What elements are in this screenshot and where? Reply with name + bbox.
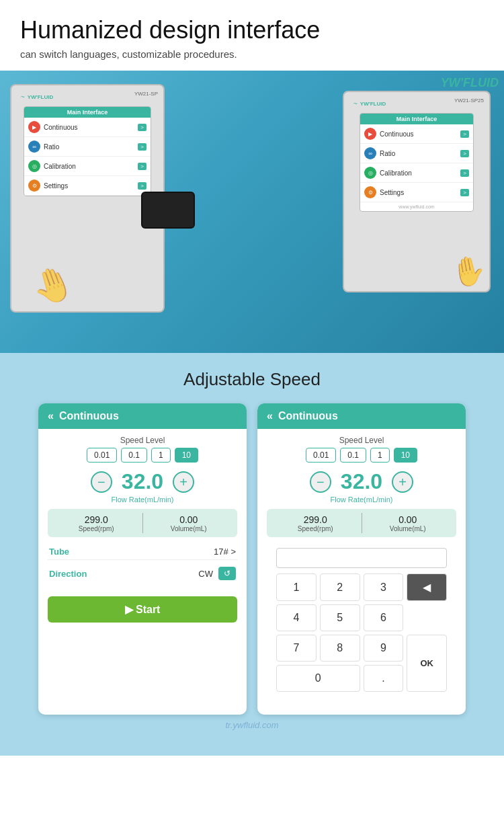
volume-value-left: 0.00 bbox=[147, 514, 231, 525]
speed-rpm-value-right: 299.0 bbox=[274, 514, 358, 525]
hand-right: 🤚 bbox=[448, 252, 489, 290]
direction-btn-left[interactable]: ↺ bbox=[218, 567, 236, 580]
key-1[interactable]: 1 bbox=[276, 573, 317, 601]
watermark-text: tr.ywfluid.com bbox=[13, 715, 491, 735]
speed-btn-10-r[interactable]: 10 bbox=[394, 448, 417, 463]
direction-value-left: CW bbox=[198, 569, 213, 579]
numpad-grid: 1 2 3 ◀ 4 5 6 7 8 9 OK 0 . bbox=[276, 573, 447, 692]
minus-button-left[interactable]: − bbox=[91, 471, 112, 493]
stats-row-left: 299.0 Speed(rpm) 0.00 Volume(mL) bbox=[48, 509, 237, 537]
speed-rpm-right: 299.0 Speed(rpm) bbox=[274, 514, 358, 532]
stat-divider-left bbox=[142, 513, 143, 533]
speed-rpm-label-left: Speed(rpm) bbox=[54, 525, 138, 532]
arrow-continuous-right: > bbox=[460, 130, 469, 138]
direction-controls: CW ↺ bbox=[198, 567, 236, 580]
website-label: www.ywfluid.com bbox=[360, 202, 473, 211]
panel-right-header: « Continuous bbox=[257, 403, 466, 429]
panel-right-title: Continuous bbox=[278, 410, 338, 422]
speed-rpm-value-left: 299.0 bbox=[54, 514, 138, 525]
back-icon-right[interactable]: « bbox=[267, 410, 273, 422]
menu-row-settings-r[interactable]: ⚙ Settings > bbox=[360, 183, 473, 202]
key-4[interactable]: 4 bbox=[276, 604, 317, 631]
brand-logo: YW'FLUID bbox=[441, 76, 499, 90]
key-6[interactable]: 6 bbox=[364, 604, 404, 631]
label-continuous-right: Continuous bbox=[380, 130, 457, 138]
numpad: 1 2 3 ◀ 4 5 6 7 8 9 OK 0 . bbox=[272, 544, 451, 699]
model-name-right: YW21-SP25 bbox=[454, 97, 484, 104]
icon-calibration-left: ◎ bbox=[28, 160, 40, 172]
panel-left: « Continuous Speed Level 0.01 0.1 1 10 −… bbox=[38, 403, 247, 715]
key-7[interactable]: 7 bbox=[276, 635, 317, 662]
plus-button-right[interactable]: + bbox=[392, 471, 413, 493]
icon-settings-right: ⚙ bbox=[364, 186, 376, 198]
screen-header-right: Main Interface bbox=[360, 114, 473, 124]
panels-row: « Continuous Speed Level 0.01 0.1 1 10 −… bbox=[13, 403, 491, 715]
menu-row-settings[interactable]: ⚙ Settings > bbox=[24, 176, 151, 196]
key-5[interactable]: 5 bbox=[320, 604, 360, 631]
speed-rpm-left: 299.0 Speed(rpm) bbox=[54, 514, 138, 532]
label-continuous-left: Continuous bbox=[44, 124, 134, 131]
menu-row-ratio-r[interactable]: ∞ Ratio > bbox=[360, 144, 473, 163]
speed-buttons-left: 0.01 0.1 1 10 bbox=[48, 448, 237, 463]
label-calibration-left: Calibration bbox=[44, 163, 134, 170]
flow-control-left: − 32.0 + bbox=[48, 469, 237, 494]
speed-btn-1-r[interactable]: 1 bbox=[370, 448, 390, 463]
key-8[interactable]: 8 bbox=[320, 635, 360, 662]
label-ratio-right: Ratio bbox=[380, 150, 457, 157]
arrow-calibration-right: > bbox=[460, 169, 469, 177]
arrow-calibration-left: > bbox=[138, 163, 146, 170]
key-blank-1 bbox=[407, 604, 447, 631]
menu-row-continuous[interactable]: ▶ Continuous > bbox=[24, 118, 151, 137]
label-settings-right: Settings bbox=[380, 189, 457, 196]
speed-level-label-right: Speed Level bbox=[267, 436, 456, 445]
foot-pedal bbox=[141, 192, 195, 229]
back-icon-left[interactable]: « bbox=[48, 410, 54, 422]
tube-label-left: Tube bbox=[49, 547, 69, 557]
speed-btn-01[interactable]: 0.1 bbox=[121, 448, 147, 463]
tube-row-left: Tube 17# > bbox=[48, 544, 237, 560]
key-3[interactable]: 3 bbox=[364, 573, 404, 601]
speed-btn-01-r[interactable]: 0.1 bbox=[340, 448, 366, 463]
brand-name-right: YW'FLUID bbox=[360, 101, 386, 107]
menu-row-ratio[interactable]: ∞ Ratio > bbox=[24, 137, 151, 157]
speed-btn-1[interactable]: 1 bbox=[151, 448, 171, 463]
icon-continuous-right: ▶ bbox=[364, 128, 376, 140]
bottom-section: Adjustable Speed « Continuous Speed Leve… bbox=[0, 353, 504, 756]
brand-name-left: YW'FLUID bbox=[28, 94, 53, 100]
plus-button-left[interactable]: + bbox=[173, 471, 194, 493]
flow-unit-left: Flow Rate(mL/min) bbox=[48, 495, 237, 504]
screen-header-left: Main Interface bbox=[24, 107, 151, 118]
menu-row-continuous-r[interactable]: ▶ Continuous > bbox=[360, 124, 473, 144]
menu-row-calibration[interactable]: ◎ Calibration > bbox=[24, 157, 151, 176]
menu-row-calibration-r[interactable]: ◎ Calibration > bbox=[360, 163, 473, 183]
panel-right-body: Speed Level 0.01 0.1 1 10 − 32.0 + Flow … bbox=[257, 429, 466, 705]
label-ratio-left: Ratio bbox=[44, 143, 134, 151]
flow-value-right: 32.0 bbox=[341, 469, 382, 494]
speed-btn-001[interactable]: 0.01 bbox=[87, 448, 117, 463]
volume-label-right: Volume(mL) bbox=[366, 525, 450, 532]
arrow-settings-right: > bbox=[460, 189, 469, 196]
header-section: Humanized design interface can switch la… bbox=[0, 0, 504, 71]
stats-row-right: 299.0 Speed(rpm) 0.00 Volume(mL) bbox=[267, 509, 456, 537]
key-ok[interactable]: OK bbox=[407, 635, 447, 692]
tube-value-left[interactable]: 17# > bbox=[214, 547, 236, 557]
icon-calibration-right: ◎ bbox=[364, 167, 376, 179]
speed-btn-10[interactable]: 10 bbox=[175, 448, 198, 463]
key-2[interactable]: 2 bbox=[320, 573, 360, 601]
direction-row-left: Direction CW ↺ bbox=[48, 564, 237, 583]
start-button-left[interactable]: ▶ Start bbox=[48, 596, 237, 623]
numpad-input[interactable] bbox=[276, 548, 447, 568]
screen-right: Main Interface ▶ Continuous > ∞ Ratio > … bbox=[360, 113, 474, 212]
key-0[interactable]: 0 bbox=[276, 665, 360, 692]
key-backspace[interactable]: ◀ bbox=[407, 573, 447, 601]
speed-btn-001-r[interactable]: 0.01 bbox=[306, 448, 336, 463]
minus-button-right[interactable]: − bbox=[310, 471, 331, 493]
panel-left-header: « Continuous bbox=[38, 403, 247, 429]
panel-right: « Continuous Speed Level 0.01 0.1 1 10 −… bbox=[257, 403, 466, 715]
brand-logo-left: ~ bbox=[21, 93, 25, 101]
volume-right: 0.00 Volume(mL) bbox=[366, 514, 450, 532]
hand-left: 🤚 bbox=[26, 260, 79, 311]
key-9[interactable]: 9 bbox=[364, 635, 404, 662]
key-dot[interactable]: . bbox=[364, 665, 404, 692]
page-title: Humanized design interface bbox=[20, 16, 484, 44]
